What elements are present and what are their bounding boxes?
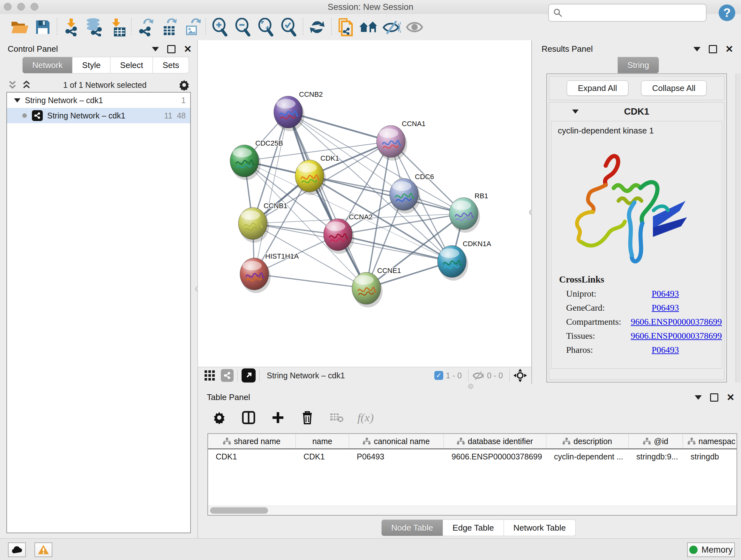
table-column-header[interactable]: canonical name [349,434,444,449]
tab-select[interactable]: Select [111,57,153,73]
zoom-out-button[interactable] [231,17,254,37]
network-canvas[interactable]: CCNB2CCNA1CDC25BCDK1CDC6RB1CCNB1CCNA2CDK… [198,40,531,367]
tab-style[interactable]: Style [72,57,111,73]
gear-icon[interactable] [179,79,190,91]
import-network-file-button[interactable] [60,17,83,37]
control-panel-close-icon[interactable]: ✕ [184,46,192,52]
results-panel-float-icon[interactable] [709,45,717,53]
import-table-file-button[interactable] [106,17,129,37]
network-edge[interactable] [254,274,366,288]
delete-table-button[interactable] [327,408,347,428]
export-image-button[interactable] [180,17,203,37]
table-column-header[interactable]: @id [629,434,683,449]
clone-network-button[interactable] [334,17,357,37]
selected-checkbox-icon[interactable]: ✓ [434,371,443,380]
results-panel-close-icon[interactable]: ✕ [725,46,733,52]
network-node[interactable] [240,258,271,293]
zoom-selected-button[interactable] [277,17,300,37]
collapse-all-button[interactable]: Collapse All [641,80,707,96]
apply-layout-button[interactable] [306,17,329,37]
table-column-header[interactable]: namespac [683,434,737,449]
help-button[interactable]: ? [719,4,735,21]
network-node[interactable] [449,198,480,233]
crosslink-value-link[interactable]: 9606.ENSP00000378699 [631,317,722,327]
expand-all-tree-icon[interactable] [8,80,17,90]
export-table-button[interactable] [157,17,180,37]
crosslink-value-link[interactable]: P06493 [652,345,679,355]
table-panel-float-icon[interactable] [710,393,718,401]
tab-network[interactable]: Network [22,57,72,73]
network-node[interactable] [352,272,383,307]
warnings-button[interactable] [35,543,52,557]
tab-edge-table[interactable]: Edge Table [443,519,504,536]
table-panel-splitter-grip[interactable] [468,384,473,389]
cloud-button[interactable] [8,543,26,557]
open-session-button[interactable] [8,17,31,37]
function-builder-button[interactable]: f(x) [356,408,376,428]
table-cell[interactable]: 9606.ENSP00000378699 [444,452,546,461]
delete-column-button[interactable] [297,408,317,428]
export-network-button[interactable] [134,17,157,37]
zoom-fit-button[interactable] [254,17,277,37]
gene-section-header[interactable]: CDK1 [549,103,724,120]
birds-eye-view-icon[interactable] [204,370,215,381]
control-panel-collapse-icon[interactable] [152,47,159,51]
show-columns-button[interactable] [239,408,259,428]
table-cell[interactable]: CDK1 [296,452,349,461]
show-all-button[interactable] [403,17,426,37]
table-hscrollbar[interactable] [208,506,737,515]
table-hscrollbar-thumb[interactable] [210,507,268,514]
table-cell[interactable]: stringdb [683,452,737,461]
network-edge[interactable] [310,176,464,213]
network-node[interactable] [230,145,261,180]
export-view-icon[interactable] [242,368,256,382]
crosslink-value-link[interactable]: P06493 [652,303,679,313]
results-panel-collapse-icon[interactable] [693,47,700,51]
network-edge[interactable] [338,235,452,261]
network-node[interactable] [295,160,326,195]
table-row[interactable]: CDK1CDK1P064939606.ENSP00000378699cyclin… [208,449,737,464]
network-node[interactable] [437,246,468,281]
table-column-header[interactable]: name [296,434,349,449]
network-edge[interactable] [288,112,366,288]
crosslink-value-link[interactable]: 9606.ENSP00000378699 [631,331,722,341]
network-overview-icon[interactable] [221,369,233,382]
network-node[interactable] [390,179,420,213]
tab-node-table[interactable]: Node Table [381,519,443,536]
network-node[interactable] [377,125,407,161]
table-settings-button[interactable] [209,408,229,428]
save-session-button[interactable] [31,17,54,37]
collapse-all-tree-icon[interactable] [22,80,31,90]
table-cell[interactable]: CDK1 [208,452,296,461]
table-cell[interactable]: P06493 [349,452,444,461]
table-column-header[interactable]: database identifier [444,434,546,449]
network-edge[interactable] [254,112,288,274]
gene-expander-icon[interactable] [572,110,579,114]
table-cell[interactable]: cyclin-dependent ... [546,452,629,461]
add-column-button[interactable] [268,408,288,428]
zoom-in-button[interactable] [208,17,231,37]
search-input[interactable] [562,8,701,18]
control-panel-float-icon[interactable] [167,45,176,53]
hide-selected-button[interactable] [380,17,403,37]
fit-crosshair-icon[interactable] [514,369,527,382]
network-row[interactable]: String Network – cdk1 11 48 [7,108,190,123]
table-cell[interactable]: stringdb:9... [629,452,683,461]
network-node[interactable] [274,96,305,131]
tab-sets[interactable]: Sets [153,57,189,73]
tab-network-table[interactable]: Network Table [504,519,576,536]
tree-expander-icon[interactable] [14,98,20,103]
results-scrollbar[interactable] [736,73,741,382]
network-collection-row[interactable]: String Network – cdk1 1 [7,92,190,108]
import-network-database-button[interactable] [83,17,106,37]
table-column-header[interactable]: description [546,434,629,449]
search-box[interactable] [548,4,706,22]
hidden-eye-slash-icon[interactable] [472,370,484,381]
memory-button[interactable]: Memory [687,543,735,557]
table-panel-close-icon[interactable]: ✕ [727,394,735,401]
network-graph[interactable]: CCNB2CCNA1CDC25BCDK1CDC6RB1CCNB1CCNA2CDK… [198,40,531,367]
table-panel-collapse-icon[interactable] [695,395,702,400]
crosslink-value-link[interactable]: P06493 [652,289,679,299]
table-column-header[interactable]: shared name [208,434,296,449]
tab-string[interactable]: String [617,57,659,73]
